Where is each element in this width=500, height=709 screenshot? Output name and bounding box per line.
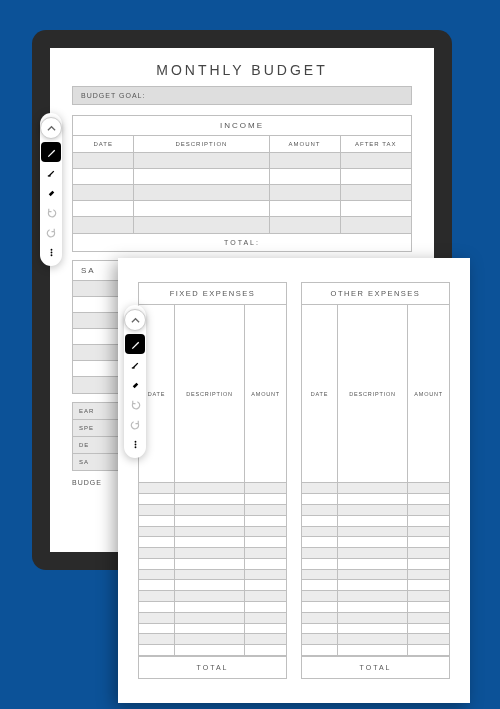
- table-row[interactable]: [302, 623, 449, 634]
- table-row[interactable]: [73, 185, 411, 201]
- table-row[interactable]: [302, 580, 449, 591]
- svg-rect-4: [131, 367, 134, 368]
- income-total: TOTAL:: [73, 233, 411, 251]
- fixed-col-amount: AMOUNT: [245, 305, 286, 483]
- dots-icon: [130, 439, 141, 450]
- pen-tool-button[interactable]: [125, 334, 145, 354]
- chevron-up-icon: [47, 124, 56, 133]
- pen-icon: [130, 339, 141, 350]
- table-row[interactable]: [139, 602, 286, 613]
- other-expenses-table: DATE DESCRIPTION AMOUNT: [302, 305, 449, 656]
- fixed-expenses-title: FIXED EXPENSES: [139, 283, 286, 305]
- dots-icon: [46, 247, 57, 258]
- income-col-aftertax: AFTER TAX: [340, 136, 411, 153]
- redo-icon: [130, 419, 141, 430]
- other-expenses-title: OTHER EXPENSES: [302, 283, 449, 305]
- other-col-date: DATE: [302, 305, 337, 483]
- table-row[interactable]: [139, 612, 286, 623]
- table-row[interactable]: [139, 483, 286, 494]
- table-row[interactable]: [302, 634, 449, 645]
- table-row[interactable]: [139, 494, 286, 505]
- table-row[interactable]: [139, 580, 286, 591]
- marker-tool-button[interactable]: [41, 162, 61, 182]
- table-row[interactable]: [139, 526, 286, 537]
- eraser-tool-button[interactable]: [41, 182, 61, 202]
- table-row[interactable]: [302, 612, 449, 623]
- drawing-toolbar: [40, 113, 62, 266]
- undo-button[interactable]: [125, 394, 145, 414]
- marker-tool-button[interactable]: [125, 354, 145, 374]
- table-row[interactable]: [139, 634, 286, 645]
- table-row[interactable]: [302, 515, 449, 526]
- table-row[interactable]: [139, 537, 286, 548]
- toolbar-collapse-button[interactable]: [124, 309, 146, 331]
- table-row[interactable]: [302, 537, 449, 548]
- fixed-col-description: DESCRIPTION: [174, 305, 245, 483]
- pen-tool-button[interactable]: [41, 142, 61, 162]
- undo-icon: [130, 399, 141, 410]
- table-row[interactable]: [302, 505, 449, 516]
- more-button[interactable]: [125, 434, 145, 454]
- table-row[interactable]: [73, 153, 411, 169]
- income-col-description: DESCRIPTION: [134, 136, 269, 153]
- table-row[interactable]: [139, 591, 286, 602]
- svg-rect-0: [47, 175, 50, 176]
- table-row[interactable]: [73, 201, 411, 217]
- table-row[interactable]: [302, 645, 449, 656]
- table-row[interactable]: [139, 548, 286, 559]
- marker-icon: [46, 167, 57, 178]
- table-row[interactable]: [302, 494, 449, 505]
- svg-point-1: [50, 248, 52, 250]
- table-row[interactable]: [73, 217, 411, 233]
- eraser-tool-button[interactable]: [125, 374, 145, 394]
- marker-icon: [130, 359, 141, 370]
- other-expenses-total: TOTAL: [302, 656, 449, 678]
- eraser-icon: [130, 379, 141, 390]
- redo-button[interactable]: [125, 414, 145, 434]
- income-table: DATE DESCRIPTION AMOUNT AFTER TAX: [73, 136, 411, 233]
- other-col-description: DESCRIPTION: [337, 305, 408, 483]
- table-row[interactable]: [139, 645, 286, 656]
- svg-point-6: [134, 443, 136, 445]
- redo-button[interactable]: [41, 222, 61, 242]
- page-title: MONTHLY BUDGET: [72, 62, 412, 78]
- table-row[interactable]: [139, 623, 286, 634]
- table-row[interactable]: [302, 526, 449, 537]
- table-row[interactable]: [302, 558, 449, 569]
- income-col-amount: AMOUNT: [269, 136, 340, 153]
- table-row[interactable]: [302, 548, 449, 559]
- table-row[interactable]: [302, 569, 449, 580]
- income-section: INCOME DATE DESCRIPTION AMOUNT AFTER TAX…: [72, 115, 412, 252]
- svg-point-2: [50, 251, 52, 253]
- svg-point-5: [134, 440, 136, 442]
- redo-icon: [46, 227, 57, 238]
- budget-goal-field[interactable]: BUDGET GOAL:: [72, 86, 412, 105]
- income-col-date: DATE: [73, 136, 134, 153]
- undo-button[interactable]: [41, 202, 61, 222]
- table-row[interactable]: [139, 515, 286, 526]
- undo-icon: [46, 207, 57, 218]
- more-button[interactable]: [41, 242, 61, 262]
- table-row[interactable]: [139, 569, 286, 580]
- fixed-expenses-section: FIXED EXPENSES DATE DESCRIPTION AMOUNT: [138, 282, 287, 679]
- table-row[interactable]: [302, 591, 449, 602]
- table-row[interactable]: [139, 558, 286, 569]
- toolbar-collapse-button[interactable]: [40, 117, 62, 139]
- chevron-up-icon: [131, 316, 140, 325]
- table-row[interactable]: [139, 505, 286, 516]
- fixed-expenses-table: DATE DESCRIPTION AMOUNT: [139, 305, 286, 656]
- eraser-icon: [46, 187, 57, 198]
- table-row[interactable]: [302, 602, 449, 613]
- drawing-toolbar: [124, 305, 146, 458]
- table-row[interactable]: [73, 169, 411, 185]
- svg-point-7: [134, 446, 136, 448]
- table-row[interactable]: [302, 483, 449, 494]
- income-title: INCOME: [73, 116, 411, 136]
- other-expenses-section: OTHER EXPENSES DATE DESCRIPTION AMOUNT: [301, 282, 450, 679]
- pen-icon: [46, 147, 57, 158]
- fixed-expenses-total: TOTAL: [139, 656, 286, 678]
- page-expenses: FIXED EXPENSES DATE DESCRIPTION AMOUNT: [118, 258, 470, 703]
- other-col-amount: AMOUNT: [408, 305, 449, 483]
- svg-point-3: [50, 254, 52, 256]
